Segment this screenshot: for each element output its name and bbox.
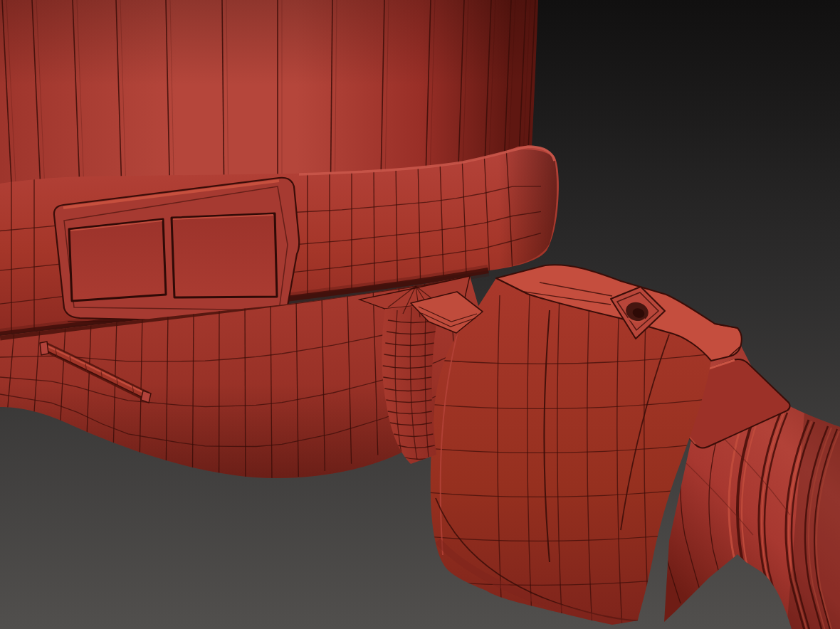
handle-right-cap [141, 391, 151, 403]
barrel-top-shading [0, 0, 538, 85]
3d-viewport[interactable] [0, 0, 840, 629]
handle-left-cap [40, 342, 48, 355]
nameplate-right-panel [172, 213, 277, 297]
nameplate-left-panel [69, 219, 166, 301]
viewport-canvas[interactable] [0, 0, 840, 629]
